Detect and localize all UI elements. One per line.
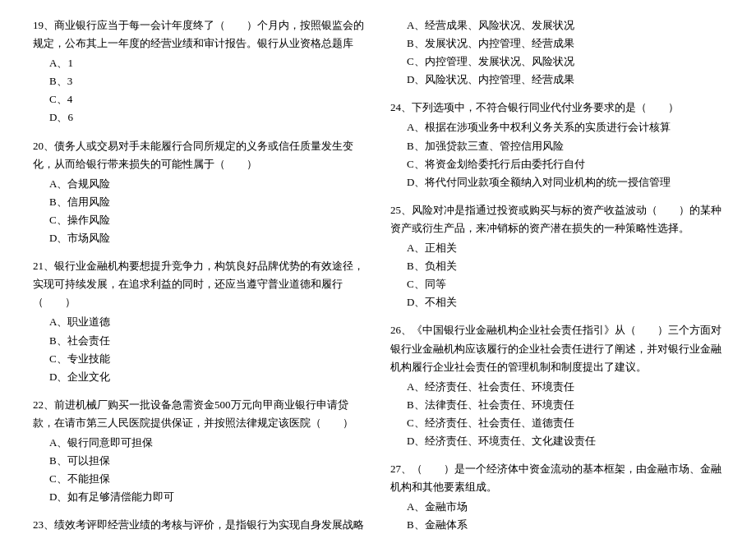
question-24-option-b: B、加强贷款三查、管控信用风险 xyxy=(407,137,723,155)
question-21-option-b: B、社会责任 xyxy=(49,332,366,350)
question-21-option-a: A、职业道德 xyxy=(49,313,366,331)
question-23-text: 23、绩效考评即经营业绩的考核与评价，是指银行为实现自身发展战略和落实监管要求，… xyxy=(33,516,366,534)
question-25-option-b: B、负相关 xyxy=(407,257,723,275)
question-23-option-a: A、经营成果、风险状况、发展状况 xyxy=(407,16,723,35)
question-22-option-c: C、不能担保 xyxy=(49,470,366,488)
question-20-option-b: B、信用风险 xyxy=(49,193,366,211)
question-25-option-d: D、不相关 xyxy=(407,293,723,311)
question-27-text: 27、（ ）是一个经济体中资金流动的基本框架，由金融市场、金融机构和其他要素组成… xyxy=(390,460,723,496)
question-27-option-a: A、金融市场 xyxy=(407,498,723,516)
question-27: 27、（ ）是一个经济体中资金流动的基本框架，由金融市场、金融机构和其他要素组成… xyxy=(390,460,723,534)
question-26-option-d: D、经济责任、环境责任、文化建设责任 xyxy=(407,432,723,450)
question-20-option-c: C、操作风险 xyxy=(49,211,366,229)
question-21-option-c: C、专业技能 xyxy=(49,350,366,368)
question-22-text: 22、前进机械厂购买一批设备急需资金500万元向甲商业银行申请贷款，在请市第三人… xyxy=(33,396,366,432)
question-19-option-d: D、6 xyxy=(49,108,366,127)
question-23: 23、绩效考评即经营业绩的考核与评价，是指银行为实现自身发展战略和落实监管要求，… xyxy=(33,516,366,534)
question-24-option-d: D、将代付同业款项全额纳入对同业机构的统一授信管理 xyxy=(407,173,723,191)
question-22-option-a: A、银行同意即可担保 xyxy=(49,434,366,452)
question-26-option-a: A、经济责任、社会责任、环境责任 xyxy=(407,378,723,396)
question-26-option-b: B、法律责任、社会责任、环境责任 xyxy=(407,396,723,414)
question-21-option-d: D、企业文化 xyxy=(49,368,366,386)
page-content: 19、商业银行应当于每一会计年度终了（ ）个月内，按照银监会的规定，公布其上一年… xyxy=(33,16,723,534)
question-26-option-c: C、经济责任、社会责任、道德责任 xyxy=(407,414,723,432)
question-19-option-a: A、1 xyxy=(49,54,366,72)
right-column: A、经营成果、风险状况、发展状况 B、发展状况、内控管理、经营成果 C、内控管理… xyxy=(390,16,723,534)
question-22-option-d: D、如有足够清偿能力即可 xyxy=(49,488,366,506)
question-26: 26、《中国银行业金融机构企业社会责任指引》从（ ）三个方面对银行业金融机构应该… xyxy=(390,321,723,450)
question-24-option-c: C、将资金划给委托行后由委托行自付 xyxy=(407,155,723,173)
question-23-option-d: D、风险状况、内控管理、经营成果 xyxy=(407,71,723,89)
question-24-option-a: A、根据在涉项业务中权利义务关系的实质进行会计核算 xyxy=(407,118,723,136)
left-column: 19、商业银行应当于每一会计年度终了（ ）个月内，按照银监会的规定，公布其上一年… xyxy=(33,16,366,534)
question-25: 25、风险对冲是指通过投资或购买与标的资产收益波动（ ）的某种资产或衍生产品，来… xyxy=(390,201,723,312)
question-19-option-b: B、3 xyxy=(49,72,366,90)
question-25-option-c: C、同等 xyxy=(407,275,723,293)
question-27-option-b: B、金融体系 xyxy=(407,516,723,534)
question-26-text: 26、《中国银行业金融机构企业社会责任指引》从（ ）三个方面对银行业金融机构应该… xyxy=(390,321,723,375)
question-20: 20、债务人或交易对手未能履行合同所规定的义务或信任质量发生变化，从而给银行带来… xyxy=(33,137,366,248)
question-25-option-a: A、正相关 xyxy=(407,239,723,257)
question-21: 21、银行业金融机构要想提升竞争力，构筑良好品牌优势的有效途径，实现可持续发展，… xyxy=(33,257,366,386)
question-24: 24、下列选项中，不符合银行同业代付业务要求的是（ ） A、根据在涉项业务中权利… xyxy=(390,99,723,191)
question-23-option-c: C、内控管理、发展状况、风险状况 xyxy=(407,53,723,71)
question-19: 19、商业银行应当于每一会计年度终了（ ）个月内，按照银监会的规定，公布其上一年… xyxy=(33,16,366,127)
question-23-options: A、经营成果、风险状况、发展状况 B、发展状况、内控管理、经营成果 C、内控管理… xyxy=(390,16,723,89)
question-22-option-b: B、可以担保 xyxy=(49,452,366,470)
question-20-text: 20、债务人或交易对手未能履行合同所规定的义务或信任质量发生变化，从而给银行带来… xyxy=(33,137,366,173)
question-22: 22、前进机械厂购买一批设备急需资金500万元向甲商业银行申请贷款，在请市第三人… xyxy=(33,396,366,507)
question-19-text: 19、商业银行应当于每一会计年度终了（ ）个月内，按照银监会的规定，公布其上一年… xyxy=(33,16,366,53)
question-21-text: 21、银行业金融机构要想提升竞争力，构筑良好品牌优势的有效途径，实现可持续发展，… xyxy=(33,257,366,311)
question-23-option-b: B、发展状况、内控管理、经营成果 xyxy=(407,35,723,53)
question-24-text: 24、下列选项中，不符合银行同业代付业务要求的是（ ） xyxy=(390,99,723,117)
question-20-option-d: D、市场风险 xyxy=(49,229,366,247)
question-19-option-c: C、4 xyxy=(49,90,366,108)
question-25-text: 25、风险对冲是指通过投资或购买与标的资产收益波动（ ）的某种资产或衍生产品，来… xyxy=(390,201,723,237)
question-20-option-a: A、合规风险 xyxy=(49,175,366,193)
